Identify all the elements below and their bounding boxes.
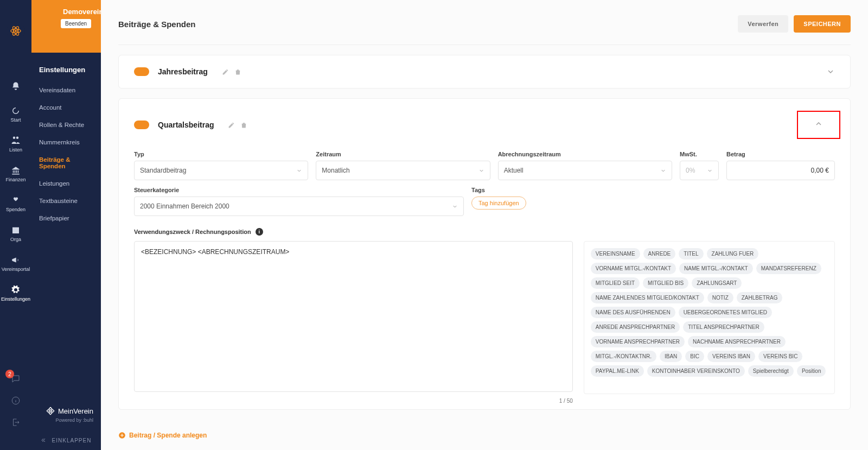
token-chip[interactable]: ANREDE ANSPRECHPARTNER [591,321,680,333]
token-chip[interactable]: ZAHLUNG FUER [707,248,759,259]
discard-button[interactable]: Verwerfen [738,15,788,33]
token-chip[interactable]: KONTOINHABER VEREINSKONTO [647,365,745,377]
trash-icon[interactable] [240,122,247,129]
bell-icon [11,81,21,91]
chevron-down-icon [707,168,713,174]
sidebar-item-rollen[interactable]: Rollen & Rechte [31,116,101,134]
card-quartalsbeitrag: Quartalsbeitrag Typ Standardbeitrag Zeit… [118,98,851,410]
page-title: Beiträge & Spenden [118,20,196,29]
rail-finanzen[interactable]: Finanzen [5,166,25,182]
gear-icon [11,285,21,295]
add-tag-button[interactable]: Tag hinzufügen [471,197,526,210]
sidebar-item-briefpapier[interactable]: Briefpapier [31,210,101,227]
token-chip[interactable]: VORNAME ANSPRECHPARTNER [591,336,685,347]
card-title: Quartalsbeitrag [158,121,214,129]
toggle-quartalsbeitrag[interactable] [134,121,149,129]
sidebar-item-account[interactable]: Account [31,99,101,116]
token-chip[interactable]: PAYPAL.ME-LINK [591,365,644,377]
rail-spenden[interactable]: Spenden [6,195,25,212]
label-steuerkategorie: Steuerkategorie [134,187,464,193]
rail-einstellungen[interactable]: Einstellungen [1,285,30,302]
atom-icon [7,22,25,40]
token-chip[interactable]: IBAN [660,351,682,362]
token-chip[interactable]: MITGLIED SEIT [591,277,640,289]
chevron-down-icon[interactable] [826,67,835,76]
label-betrag: Betrag [726,151,835,157]
textarea-verwendungszweck[interactable] [134,241,573,392]
divider [118,45,851,45]
token-chip[interactable]: VORNAME MITGL.-/KONTAKT [591,263,676,274]
trash-icon[interactable] [234,68,241,75]
label-verwendungszweck: Verwendungszweck / Rechnungsposition i [134,228,835,236]
rail-listen[interactable]: Listen [9,136,22,153]
token-palette: VEREINSNAMEANREDETITELZAHLUNG FUERVORNAM… [584,241,835,394]
select-mwst[interactable]: 0% [680,161,719,180]
powered-by: Powered by :buhl [39,417,93,423]
rail-vereinsportal[interactable]: Vereinsportal [2,255,30,272]
token-chip[interactable]: ZAHLBETRAG [737,292,783,303]
token-chip[interactable]: NAME MITGL.-/KONTAKT [679,263,753,274]
toggle-jahresbeitrag[interactable] [134,67,149,76]
sidebar-item-vereinsdaten[interactable]: Vereinsdaten [31,81,101,99]
sidebar-item-leistungen[interactable]: Leistungen [31,175,101,192]
token-chip[interactable]: Position [797,365,826,377]
pencil-icon[interactable] [228,122,235,129]
add-beitrag-button[interactable]: Beitrag / Spende anlegen [101,432,868,439]
token-chip[interactable]: NAME ZAHLENDES MITGLIED/KONTAKT [591,292,704,303]
rail-start[interactable]: Start [10,106,21,123]
rail-chat[interactable]: 2 [11,374,21,386]
exit-button[interactable]: Beenden [61,19,91,28]
rail-bell[interactable] [11,81,21,93]
select-steuerkategorie[interactable]: 2000 Einnahmen Bereich 2000 [134,197,464,216]
info-icon[interactable]: i [256,228,263,236]
token-chip[interactable]: VEREINS BIC [758,351,802,362]
input-betrag[interactable]: 0,00 € [726,161,835,180]
main-content: Beiträge & Spenden Verwerfen SPEICHERN J… [101,0,868,450]
token-chip[interactable]: BIC [685,351,704,362]
token-chip[interactable]: TITEL ANSPRECHPARTNER [683,321,764,333]
token-chip[interactable]: ZAHLUNGSART [692,277,742,289]
pencil-icon[interactable] [222,68,229,75]
token-chip[interactable]: TITEL [679,248,703,259]
label-mwst: MwSt. [680,151,719,157]
rail-logout[interactable] [11,417,21,429]
sidebar-nav: Vereinsdaten Account Rollen & Rechte Num… [31,81,101,227]
label-tags: Tags [471,187,835,193]
select-abrechnungszeitraum[interactable]: Aktuell [498,161,672,180]
token-chip[interactable]: VEREINS IBAN [707,351,755,362]
sidebar-item-textbausteine[interactable]: Textbausteine [31,192,101,210]
sidebar-item-beitraege[interactable]: Beiträge & Spenden [31,151,101,175]
save-button[interactable]: SPEICHERN [794,15,851,33]
select-zeitraum[interactable]: Monatlich [316,161,490,180]
token-chip[interactable]: ANREDE [643,248,676,259]
nav-rail: Start Listen Finanzen Spenden Orga Verei… [0,0,31,450]
token-chip[interactable]: MITGLIED BIS [643,277,688,289]
settings-sidebar: Demoverein Beenden Einstellungen Vereins… [31,0,101,450]
token-chip[interactable]: NAME DES AUSFÜHRENDEN [591,307,675,318]
token-chip[interactable]: UEBERGEORDNETES MITGLIED [679,307,772,318]
product-logo: MeinVerein [39,407,93,415]
sidebar-collapse[interactable]: EINKLAPPEN [31,430,101,450]
token-chip[interactable]: Spielberechtigt [748,365,794,377]
card-jahresbeitrag: Jahresbeitrag [118,55,851,88]
token-chip[interactable]: VEREINSNAME [591,248,640,259]
page-header: Beiträge & Spenden Verwerfen SPEICHERN [101,0,868,45]
rail-orga[interactable]: Orga [10,225,21,242]
token-chip[interactable]: NOTIZ [707,292,733,303]
logout-icon [11,417,21,427]
token-chip[interactable]: MANDATSREFERENZ [756,263,821,274]
plus-icon [118,432,126,439]
svg-point-4 [15,30,17,32]
gauge-icon [11,106,21,116]
chevron-left-icon [41,437,48,443]
rail-info[interactable] [11,396,21,408]
sidebar-section-title: Einstellungen [31,53,101,81]
sidebar-item-nummernkreis[interactable]: Nummernkreis [31,134,101,151]
org-name: Demoverein [63,8,94,16]
token-chip[interactable]: MITGL.-/KONTAKTNR. [591,351,656,362]
bank-icon [11,166,21,175]
select-typ[interactable]: Standardbeitrag [134,161,308,180]
calendar-icon [11,225,21,235]
chevron-up-icon[interactable] [814,119,823,128]
token-chip[interactable]: NACHNAME ANSPRECHPARTNER [688,336,786,347]
